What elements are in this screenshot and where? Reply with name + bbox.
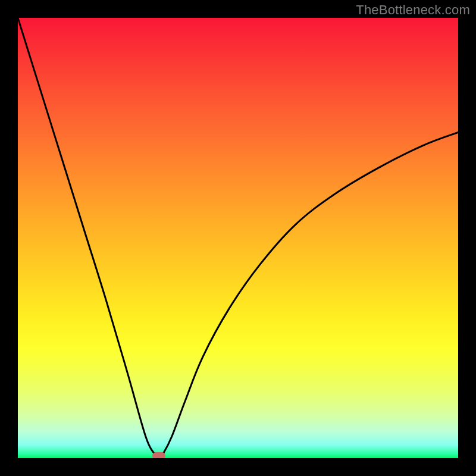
- chart-frame: TheBottleneck.com: [0, 0, 476, 476]
- plot-area: [18, 18, 458, 458]
- watermark-text: TheBottleneck.com: [356, 2, 470, 18]
- curve-svg: [18, 18, 458, 458]
- bottleneck-curve: [18, 18, 458, 458]
- optimal-marker: [152, 452, 165, 458]
